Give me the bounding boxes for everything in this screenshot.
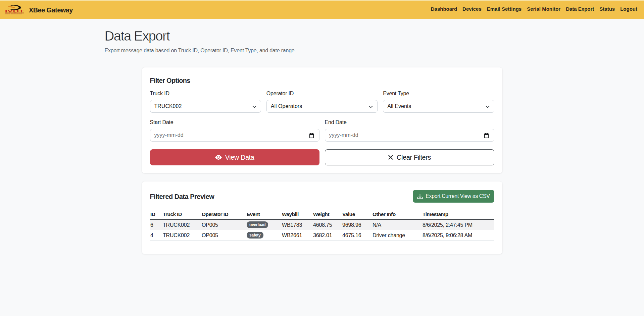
svg-text:IVDT: IVDT xyxy=(5,9,24,13)
